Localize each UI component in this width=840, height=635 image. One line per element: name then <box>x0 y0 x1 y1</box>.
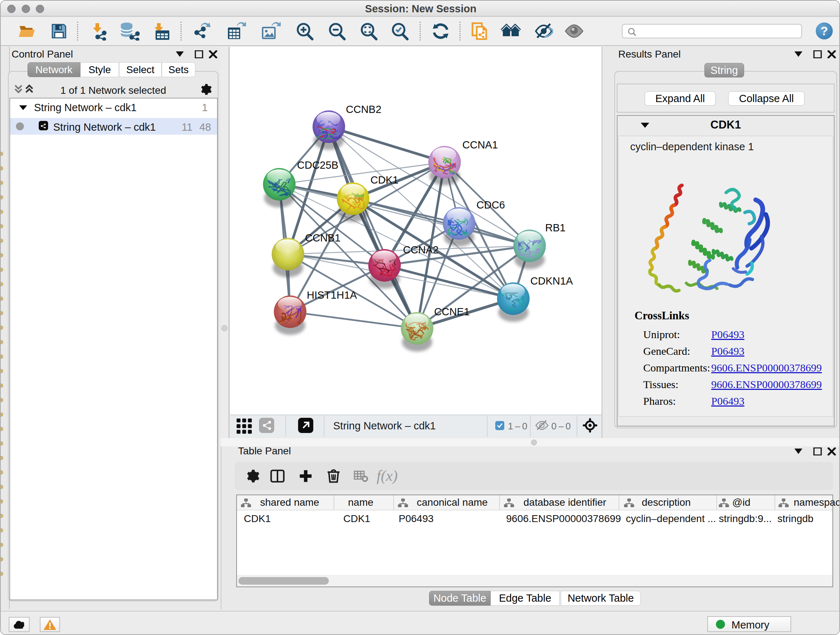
svg-text:CDKN1A: CDKN1A <box>531 275 573 287</box>
svg-text:CCNE1: CCNE1 <box>434 306 470 318</box>
svg-text:RB1: RB1 <box>545 222 565 233</box>
svg-text:CCNB1: CCNB1 <box>305 232 340 244</box>
svg-text:CCNB2: CCNB2 <box>346 103 381 115</box>
svg-text:HIST1H1A: HIST1H1A <box>307 289 357 301</box>
svg-text:CDC6: CDC6 <box>477 199 505 211</box>
svg-text:CDK1: CDK1 <box>370 174 398 186</box>
svg-text:CCNA2: CCNA2 <box>403 244 439 256</box>
svg-text:CDC25B: CDC25B <box>297 159 338 171</box>
svg-text:CCNA1: CCNA1 <box>462 139 498 150</box>
